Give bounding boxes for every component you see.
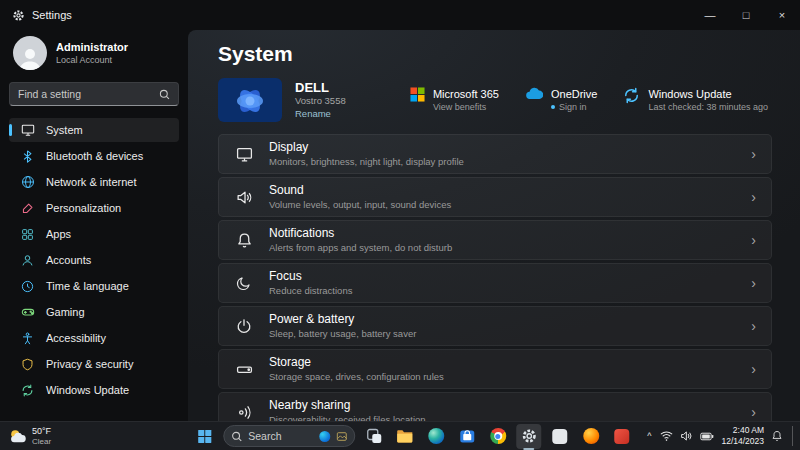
hidden-icons-chevron[interactable]: ^ — [645, 431, 653, 441]
row-focus[interactable]: Focus Reduce distractions › — [218, 263, 772, 303]
row-title: Notifications — [269, 226, 452, 242]
sidebar-item-personalization[interactable]: Personalization — [9, 196, 179, 220]
titlebar: Settings — □ × — [0, 0, 800, 30]
sidebar-item-label: Accounts — [46, 254, 91, 266]
pinned-app-icon-white[interactable] — [547, 424, 572, 449]
maximize-button[interactable]: □ — [728, 0, 764, 30]
app-title: Settings — [32, 9, 72, 21]
sidebar-item-accounts[interactable]: Accounts — [9, 248, 179, 272]
chrome-browser-icon[interactable] — [485, 424, 510, 449]
sidebar-item-windows-update[interactable]: Windows Update — [9, 378, 179, 402]
weather-temp: 50°F — [32, 426, 51, 437]
onedrive-card[interactable]: OneDrive Sign in — [525, 87, 597, 114]
task-view-button[interactable] — [361, 424, 386, 449]
row-notifications[interactable]: Notifications Alerts from apps and syste… — [218, 220, 772, 260]
sidebar-item-label: Time & language — [46, 280, 129, 292]
bluetooth-icon — [20, 150, 35, 163]
taskbar-center: Search — [192, 422, 634, 450]
sidebar-item-label: Personalization — [46, 202, 121, 214]
settings-app-icon[interactable] — [516, 424, 541, 449]
sidebar-item-apps[interactable]: Apps — [9, 222, 179, 246]
windows-update-card[interactable]: Windows Update Last checked: 38 minutes … — [623, 87, 768, 114]
person-icon — [20, 254, 35, 267]
quick-title: OneDrive — [551, 87, 597, 101]
row-subtitle: Storage space, drives, configuration rul… — [269, 371, 444, 383]
quick-title: Windows Update — [648, 87, 768, 101]
close-button[interactable]: × — [764, 0, 800, 30]
search-highlight-icon — [319, 431, 330, 442]
edge-browser-icon[interactable] — [423, 424, 448, 449]
clock-time: 2:40 AM — [721, 425, 764, 436]
row-subtitle: Volume levels, output, input, sound devi… — [269, 199, 451, 211]
sidebar-item-system[interactable]: System — [9, 118, 179, 142]
file-explorer-icon[interactable] — [392, 424, 417, 449]
search-icon — [159, 89, 170, 100]
chevron-right-icon: › — [751, 232, 756, 248]
settings-gear-icon — [12, 9, 25, 22]
minimize-button[interactable]: — — [692, 0, 728, 30]
wifi-icon[interactable] — [660, 430, 673, 442]
clock-date: 12/14/2023 — [721, 436, 764, 447]
user-account-type: Local Account — [56, 55, 128, 65]
weather-condition: Clear — [32, 437, 51, 447]
notifications-bell-icon[interactable] — [771, 430, 783, 442]
taskbar: 50°F Clear Search — [0, 421, 800, 450]
row-title: Display — [269, 140, 464, 156]
sidebar-item-label: System — [46, 124, 83, 136]
volume-icon[interactable] — [680, 430, 693, 442]
microsoft-365-card[interactable]: Microsoft 365 View benefits — [410, 87, 499, 114]
row-nearby-sharing[interactable]: Nearby sharing Discoverability, received… — [218, 392, 772, 421]
sidebar-nav: System Bluetooth & devices Network & int… — [9, 118, 179, 402]
sidebar: Administrator Local Account Find a setti… — [0, 30, 188, 420]
last-checked-text: Last checked: 38 minutes ago — [648, 101, 768, 114]
apps-grid-icon — [20, 228, 35, 241]
system-tray: ^ 2:40 AM 12/14/2023 — [645, 422, 795, 450]
row-title: Nearby sharing — [269, 398, 426, 414]
row-display[interactable]: Display Monitors, brightness, night ligh… — [218, 134, 772, 174]
sidebar-item-label: Gaming — [46, 306, 85, 318]
taskbar-search[interactable]: Search — [223, 425, 355, 447]
row-sound[interactable]: Sound Volume levels, output, input, soun… — [218, 177, 772, 217]
row-title: Power & battery — [269, 312, 416, 328]
sidebar-item-privacy-security[interactable]: Privacy & security — [9, 352, 179, 376]
row-power-battery[interactable]: Power & battery Sleep, battery usage, ba… — [218, 306, 772, 346]
sidebar-item-gaming[interactable]: Gaming — [9, 300, 179, 324]
shield-icon — [20, 358, 35, 371]
start-button[interactable] — [192, 424, 217, 449]
show-desktop-button[interactable] — [792, 426, 795, 446]
chevron-right-icon: › — [751, 275, 756, 291]
sidebar-item-time-language[interactable]: Time & language — [9, 274, 179, 298]
sign-in-link[interactable]: Sign in — [559, 101, 587, 114]
row-title: Focus — [269, 269, 352, 285]
avatar — [13, 36, 47, 70]
sidebar-item-bluetooth-devices[interactable]: Bluetooth & devices — [9, 144, 179, 168]
device-name: DELL — [295, 80, 346, 96]
battery-icon[interactable] — [700, 431, 714, 442]
sidebar-item-accessibility[interactable]: Accessibility — [9, 326, 179, 350]
row-subtitle: Monitors, brightness, night light, displ… — [269, 156, 464, 168]
row-subtitle: Sleep, battery usage, battery saver — [269, 328, 416, 340]
rename-link[interactable]: Rename — [295, 108, 346, 121]
row-subtitle: Discoverability, received files location — [269, 414, 426, 421]
view-benefits-link[interactable]: View benefits — [433, 101, 486, 114]
nearby-sharing-icon — [234, 404, 254, 421]
chevron-right-icon: › — [751, 404, 756, 420]
taskbar-clock[interactable]: 2:40 AM 12/14/2023 — [721, 425, 764, 447]
taskbar-search-label: Search — [248, 430, 313, 442]
weather-icon — [8, 428, 26, 444]
search-input[interactable]: Find a setting — [9, 82, 179, 106]
storage-drive-icon — [234, 361, 254, 378]
settings-rows: Display Monitors, brightness, night ligh… — [218, 134, 772, 421]
pinned-app-icon-orange[interactable] — [578, 424, 603, 449]
accessibility-person-icon — [20, 332, 35, 345]
image-search-icon — [336, 431, 347, 442]
row-storage[interactable]: Storage Storage space, drives, configura… — [218, 349, 772, 389]
pinned-app-icon-red[interactable] — [609, 424, 634, 449]
microsoft-store-icon[interactable] — [454, 424, 479, 449]
weather-widget[interactable]: 50°F Clear — [8, 422, 51, 450]
sidebar-item-network-internet[interactable]: Network & internet — [9, 170, 179, 194]
update-arrows-icon — [20, 384, 35, 397]
user-account-block[interactable]: Administrator Local Account — [9, 32, 179, 82]
sidebar-item-label: Network & internet — [46, 176, 136, 188]
chevron-right-icon: › — [751, 146, 756, 162]
